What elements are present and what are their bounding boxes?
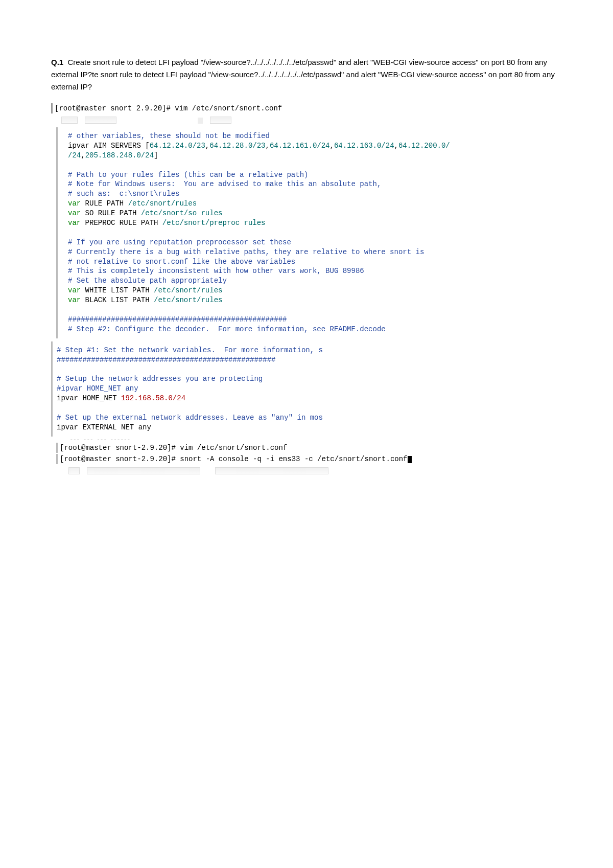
- terminal-line-3: [root@master snort-2.9.20]# snort -A con…: [56, 454, 562, 464]
- terminal-line-1: [root@master snort 2.9.20]# vim /etc/sno…: [51, 103, 562, 113]
- editor-content-block-1: # other variables, these should not be m…: [56, 127, 562, 338]
- terminal-line-2: [root@master snort-2.9.20]# vim /etc/sno…: [56, 443, 562, 453]
- question-label: Q.1: [51, 58, 63, 66]
- terminal-cursor: [408, 456, 412, 463]
- ui-fragment: [68, 467, 80, 474]
- ui-fragment: [215, 467, 328, 474]
- question-body: Create snort rule to detect LFI payload …: [51, 58, 555, 91]
- ui-tab-fragment: [85, 117, 116, 124]
- ui-fragment: [87, 467, 200, 474]
- editor-content-block-2: # Step #1: Set the network variables. Fo…: [51, 341, 562, 437]
- ui-tab-fragment: [210, 117, 231, 124]
- question-text: Q.1 Create snort rule to detect LFI payl…: [51, 56, 562, 93]
- ui-fragment: [198, 118, 203, 124]
- ui-tab-fragment: [61, 117, 78, 124]
- cropped-fragment: --- --- --- ------: [56, 437, 562, 443]
